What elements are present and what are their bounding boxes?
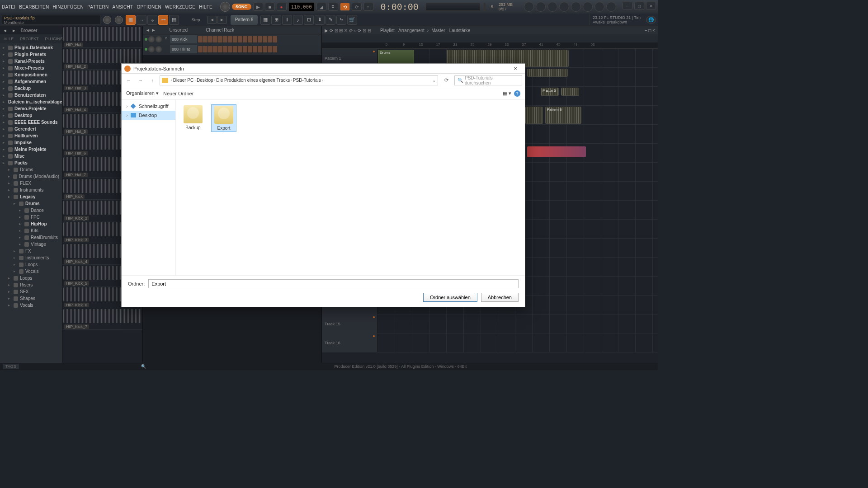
view-browser-button[interactable]: ▤ [169, 15, 179, 25]
maximize-icon[interactable]: □ [634, 2, 644, 10]
tree-item[interactable]: ▸Vocals [0, 302, 62, 309]
channel-pan-knob[interactable] [148, 36, 155, 42]
sidebar-desktop[interactable]: › Desktop [122, 111, 175, 120]
view-channel-button[interactable]: ⟐ [147, 15, 157, 25]
tree-item[interactable]: ▸Drums (ModeAudio) [0, 173, 62, 180]
clip[interactable] [525, 107, 543, 124]
countdown-icon[interactable]: ⧗ [328, 3, 338, 11]
save-icon[interactable] [536, 2, 546, 12]
step-prev-icon[interactable]: ◄ [207, 16, 217, 24]
view-playlist-button[interactable]: ▦ [126, 15, 136, 25]
browser-tab[interactable]: ALLE [2, 36, 15, 42]
track-header[interactable]: Track 16 [322, 333, 378, 352]
step-button[interactable] [228, 36, 232, 42]
step-next-icon[interactable]: ► [217, 16, 227, 24]
tree-item[interactable]: ▸Impulse [0, 139, 62, 146]
step-button[interactable] [268, 36, 272, 42]
step-button[interactable] [253, 36, 257, 42]
tree-item[interactable]: ▸Misc [0, 153, 62, 160]
clip[interactable] [527, 69, 568, 77]
step-button[interactable] [243, 36, 247, 42]
tool-4-icon[interactable]: ♪ [293, 15, 303, 25]
record-button[interactable]: ● [277, 3, 287, 11]
close-icon[interactable]: × [646, 2, 656, 10]
menu-item[interactable]: HINZUFÜGEN [53, 5, 84, 9]
step-button[interactable] [253, 46, 257, 52]
track-header[interactable]: Track 15 [322, 314, 378, 333]
tool-9-icon[interactable]: 🛒 [347, 15, 357, 25]
tree-item[interactable]: ▸Risers [0, 282, 62, 288]
nav-back-icon[interactable]: ← [124, 78, 133, 83]
refresh-icon[interactable]: ⟳ [441, 77, 452, 83]
step-button[interactable] [208, 46, 212, 52]
help-icon[interactable] [559, 2, 569, 12]
tree-item[interactable]: ▸Vocals [0, 268, 62, 275]
browser-tree[interactable]: ▸Plugin-Datenbank▸Plugin-Presets▸Kanal-P… [0, 43, 62, 363]
menu-item[interactable]: DATEI [2, 5, 15, 9]
expand-icon[interactable]: ► [12, 28, 16, 33]
step-button[interactable] [233, 46, 237, 52]
tree-item[interactable]: ▸Kanal-Presets [0, 58, 62, 65]
step-button[interactable] [273, 36, 277, 42]
step-button[interactable] [273, 46, 277, 52]
play-button[interactable]: ▶ [253, 3, 263, 11]
globe-icon[interactable]: 🌐 [646, 16, 656, 24]
tree-item[interactable]: ▸Gerendert [0, 126, 62, 132]
step-button[interactable] [228, 46, 232, 52]
step-button[interactable] [208, 36, 212, 42]
view-mixer-button[interactable]: ⊶ [158, 15, 168, 25]
step-button[interactable] [263, 36, 267, 42]
tree-item[interactable]: ▸Drums [0, 166, 62, 173]
tool-1-icon[interactable]: ▦ [260, 15, 270, 25]
news-icon[interactable] [583, 2, 593, 12]
download-icon[interactable] [606, 2, 616, 12]
main-volume-knob[interactable] [220, 2, 230, 12]
overdub-icon[interactable]: ⟲ [340, 3, 350, 11]
tree-item[interactable]: ▸HipHop [0, 221, 62, 227]
tree-item[interactable]: ▸RealDrumkits [0, 234, 62, 241]
step-button[interactable] [203, 46, 208, 52]
channel-led-icon[interactable] [145, 48, 147, 51]
tree-item[interactable]: ▸Dance [0, 207, 62, 214]
step-icon[interactable]: ≡ [363, 3, 373, 11]
tree-item[interactable]: ▸Vintage [0, 241, 62, 248]
menu-item[interactable]: BEARBEITEN [19, 5, 49, 9]
tags-button[interactable]: TAGS [3, 364, 19, 369]
tool-8-icon[interactable]: ⤷ [336, 15, 346, 25]
step-button[interactable] [198, 46, 203, 52]
step-button[interactable] [213, 46, 217, 52]
tree-item[interactable]: ▸Dateien in...ischenablage [0, 99, 62, 105]
tree-item[interactable]: ▸Hüllkurven [0, 132, 62, 139]
tree-item[interactable]: ▸Demo-Projekte [0, 105, 62, 112]
volume-knob[interactable] [115, 16, 123, 24]
dropdown-icon[interactable]: ⌄ [432, 78, 436, 83]
step-button[interactable] [218, 36, 222, 42]
tree-item[interactable]: ▸FX [0, 248, 62, 254]
tree-item[interactable]: ▸Drums [0, 200, 62, 207]
step-button[interactable] [238, 46, 242, 52]
collapse-icon[interactable]: ◄ [3, 28, 7, 33]
tool-5-icon[interactable]: ⊡ [304, 15, 314, 25]
step-button[interactable] [263, 46, 267, 52]
folder-input[interactable] [148, 279, 519, 288]
tree-item[interactable]: ▸Meine Projekte [0, 146, 62, 153]
step-button[interactable] [223, 46, 227, 52]
channel-name[interactable]: 808 HiHat [170, 45, 197, 53]
options-icon[interactable] [571, 2, 581, 12]
tree-item[interactable]: ▸Packs [0, 160, 62, 166]
account-icon[interactable] [594, 2, 604, 12]
breadcrumb-item[interactable]: PSD-Tutorials [293, 78, 321, 83]
tree-item[interactable]: ▸EEEE EEEE Sounds [0, 119, 62, 126]
menu-item[interactable]: WERKZEUGE [165, 5, 195, 9]
step-button[interactable] [248, 36, 252, 42]
channel-name[interactable]: 808 Kick [170, 35, 197, 43]
view-piano-button[interactable]: → [137, 15, 146, 25]
tree-item[interactable]: ▸Instruments [0, 254, 62, 261]
close-icon[interactable]: × [509, 65, 522, 72]
clip[interactable]: P a...n 5 [541, 88, 559, 96]
menu-item[interactable]: HILFE [199, 5, 212, 9]
step-button[interactable] [243, 46, 247, 52]
tree-item[interactable]: ▸Instruments [0, 187, 62, 193]
tempo-display[interactable]: 110.000 [288, 2, 315, 11]
view-mode-icon[interactable]: ▦ ▾ [503, 90, 511, 96]
